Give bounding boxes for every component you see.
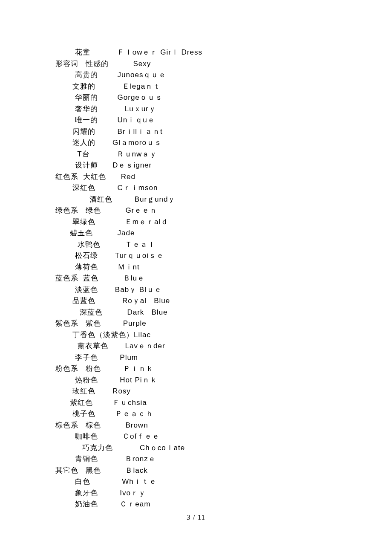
text-line: 碧玉色 Jade — [55, 228, 337, 239]
text-line: 热粉色 Hot Piｎｋ — [55, 375, 337, 386]
text-line: 形容词 性感的 Sexy — [55, 58, 337, 70]
text-line: 品蓝色 Roｙal Blue — [55, 295, 337, 307]
text-line: 丁香色（淡紫色）Lilac — [55, 330, 337, 341]
text-line: 高贵的 Junoesｑｕｅ — [55, 69, 337, 81]
text-line: 闪耀的 Brｉllｉａｎt — [55, 126, 337, 138]
text-line: 薰衣草色 Lavｅｎder — [55, 341, 337, 352]
document-body: 花童 Ｆｌowｅｒ Girｌ Dress形容词 性感的 Sexy 高贵的 Jun… — [55, 47, 337, 510]
text-line: 翠绿色 Ｅmｅｒalｄ — [55, 217, 337, 228]
text-line: 蓝色系 蓝色 Ｂluｅ — [55, 273, 337, 284]
text-line: 紫红色 Ｆｕchsia — [55, 397, 337, 409]
text-line: 其它色 黑色 Ｂlack — [55, 465, 337, 477]
text-line: 棕色系 棕色 Brown — [55, 420, 337, 431]
text-line: 花童 Ｆｌowｅｒ Girｌ Dress — [55, 47, 337, 58]
text-line: 松石绿 Turｑｕoiｓｅ — [55, 250, 337, 262]
text-line: 白色 Whｉｔｅ — [55, 476, 337, 488]
text-line: 绿色系 绿色 Grｅｅｎ — [55, 205, 337, 217]
text-line: 文雅的 Ｅlegaｎｔ — [55, 81, 337, 92]
text-line: 红色系 大红色 Red — [55, 171, 337, 183]
text-line: 水鸭色 Ｔｅａｌ — [55, 239, 337, 251]
text-line: 巧克力色 Chｏcoｌate — [55, 442, 337, 454]
text-line: T台 Ｒｕnwａｙ — [55, 149, 337, 160]
text-line: 紫色系 紫色 Purple — [55, 318, 337, 330]
text-line: 华丽的 Gorgeｏｕｓ — [55, 92, 337, 104]
page-number: 3 / 11 — [0, 513, 392, 522]
text-line: 青铜色 Ｂronzｅ — [55, 454, 337, 465]
text-line: 淡蓝色 Babｙ Blｕｅ — [55, 284, 337, 296]
text-line: 奢华的 Luｘurｙ — [55, 104, 337, 115]
text-line: 酒红色 Burｇundｙ — [55, 194, 337, 205]
text-line: 迷人的 Glａmoroｕｓ — [55, 137, 337, 149]
text-line: 薄荷色 Ｍｉnt — [55, 262, 337, 273]
text-line: 粉色系 粉色 Ｐｉｎｋ — [55, 363, 337, 375]
text-line: 玫红色 Rosy — [55, 386, 337, 397]
text-line: 深蓝色 Dark Blue — [55, 307, 337, 318]
text-line: 奶油色 Ｃｒeam — [55, 499, 337, 510]
text-line: 咖啡色 Ｃofｆｅｅ — [55, 431, 337, 442]
text-line: 象牙色 Ivoｒｙ — [55, 488, 337, 499]
text-line: 桃子色 Ｐｅａｃｈ — [55, 408, 337, 420]
text-line: 深红色 Cｒｉmson — [55, 182, 337, 194]
text-line: 唯一的 Unｉｑuｅ — [55, 115, 337, 126]
text-line: 设计师 Dｅｓigner — [55, 160, 337, 171]
text-line: 李子色 Plum — [55, 352, 337, 364]
